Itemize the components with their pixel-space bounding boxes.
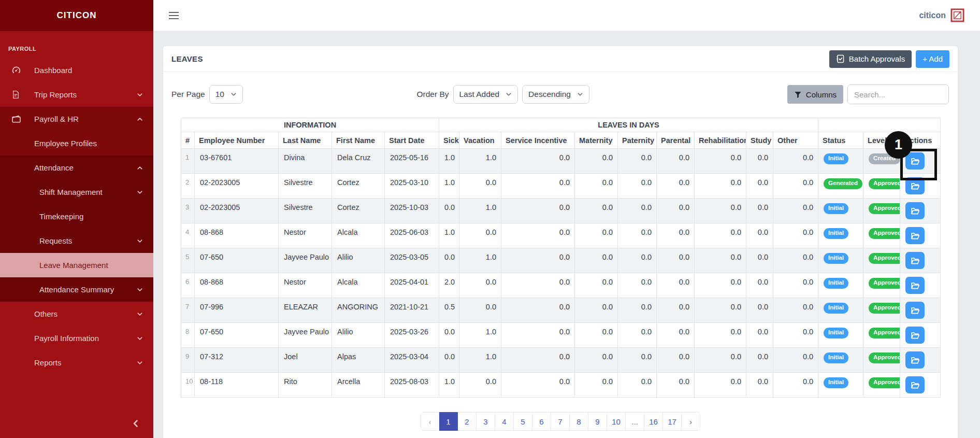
cell-study: 0.0 (746, 248, 773, 273)
cell-vacation: 0.0 (459, 298, 501, 323)
status-badge: Initial (824, 228, 848, 239)
page-button-5[interactable]: 5 (514, 412, 532, 431)
order-direction-select[interactable]: Descending (522, 85, 589, 104)
sidebar-item-others[interactable]: Others (0, 302, 153, 326)
cell-parental: 0.0 (657, 323, 695, 348)
open-leave-button[interactable] (905, 277, 925, 294)
card-header: LEAVES Batch Approvals + Add (163, 46, 958, 72)
cell-paternity: 0.0 (618, 273, 657, 298)
sidebar-item-attendance[interactable]: Attendance (0, 156, 153, 180)
order-field-select[interactable]: Last Added (453, 85, 518, 104)
column-rehabilitation-header: Rehabilitation (695, 132, 746, 149)
table-row: 8 07-650 Jayvee Paulo Alilio 2025-03-26 … (181, 323, 941, 348)
table-row: 4 08-868 Nestor Alcala 2025-06-03 1.0 0.… (181, 223, 941, 248)
gauge-icon (11, 65, 22, 76)
open-leave-button[interactable] (905, 327, 925, 344)
cell-vacation: 1.0 (459, 199, 501, 223)
cell-paternity: 0.0 (618, 149, 657, 174)
cell-study: 0.0 (746, 373, 773, 398)
cell-sick: 0.5 (439, 298, 459, 323)
cell-rehabilitation: 0.0 (695, 273, 746, 298)
open-leave-button[interactable] (905, 152, 925, 169)
open-leave-button[interactable] (905, 376, 925, 393)
page-button-9[interactable]: 9 (588, 412, 607, 431)
status-badge: Generated (824, 178, 862, 189)
cell-actions (900, 298, 941, 323)
page-ellipsis[interactable]: ... (626, 412, 644, 431)
sidebar-brand[interactable]: CITICON (0, 0, 153, 31)
cell-vacation: 0.0 (459, 373, 501, 398)
company-logo-icon[interactable] (950, 8, 964, 22)
cell-status: Initial (818, 223, 863, 248)
cell-level: Approved (863, 273, 900, 298)
sidebar-item-label: Payroll Information (34, 334, 99, 343)
cell-study: 0.0 (746, 199, 773, 223)
page-button-4[interactable]: 4 (495, 412, 514, 431)
page-button-2[interactable]: 2 (458, 412, 477, 431)
open-leave-button[interactable] (905, 177, 925, 194)
page-button-6[interactable]: 6 (532, 412, 551, 431)
sidebar-item-requests[interactable]: Requests (0, 229, 153, 253)
cell-start-date: 2025-03-05 (385, 248, 439, 273)
open-leave-button[interactable] (905, 302, 925, 319)
table-header-row: # Employee Number Last Name First Name S… (181, 132, 941, 149)
cell-level: Approved (863, 373, 900, 398)
page-button-8[interactable]: 8 (570, 412, 588, 431)
cell-sick: 0.0 (439, 348, 459, 373)
sidebar-item-leave-management[interactable]: Leave Management (0, 253, 153, 277)
sidebar-item-reports[interactable]: Reports (0, 350, 153, 375)
column-service-incentive-header: Service Incentive (501, 132, 575, 149)
cell-actions (900, 149, 941, 174)
per-page-select[interactable]: 10 (209, 85, 243, 104)
cell-other: 0.0 (773, 248, 818, 273)
sidebar-item-payroll-information[interactable]: Payroll Information (0, 326, 153, 350)
page-button-16[interactable]: 16 (644, 412, 663, 431)
leaves-table: INFORMATION LEAVES IN DAYS # Employee Nu… (181, 118, 941, 398)
chevron-down-icon (230, 91, 237, 97)
sidebar-item-trip-reports[interactable]: Trip Reports (0, 82, 153, 107)
cell-rehabilitation: 0.0 (695, 248, 746, 273)
open-leave-button[interactable] (905, 351, 925, 369)
open-leave-button[interactable] (905, 252, 925, 269)
page-button-3[interactable]: 3 (477, 412, 495, 431)
chevron-down-icon (137, 335, 143, 342)
batch-approvals-button[interactable]: Batch Approvals (829, 50, 912, 68)
table-row: 1 03-67601 Divina Dela Cruz 2025-05-16 1… (181, 149, 941, 174)
table-row: 2 02-2023005 Silvestre Cortez 2025-03-10… (181, 174, 941, 199)
add-button[interactable]: + Add (916, 50, 949, 68)
sidebar-item-employee-profiles[interactable]: Employee Profiles (0, 131, 153, 156)
chevron-down-icon (577, 91, 583, 97)
sidebar-item-shift-management[interactable]: Shift Management (0, 180, 153, 204)
sidebar-item-attendance-summary[interactable]: Attendance Summary (0, 277, 153, 302)
page-button-17[interactable]: 17 (663, 412, 682, 431)
cell-actions (900, 223, 941, 248)
page-button-10[interactable]: 10 (607, 412, 626, 431)
chevron-down-icon (506, 91, 512, 97)
page-button-7[interactable]: 7 (551, 412, 570, 431)
sidebar-collapse-button[interactable] (132, 419, 140, 430)
page-prev-button[interactable]: ‹ (421, 412, 439, 431)
cell-employee-number: 02-2023005 (195, 199, 279, 223)
cell-actions (900, 373, 941, 398)
journal-check-icon (836, 54, 845, 63)
columns-button[interactable]: Columns (787, 85, 843, 104)
cell-maternity: 0.0 (575, 348, 618, 373)
topbar-brand-label: citicon (919, 11, 946, 20)
sidebar-item-payroll-hr[interactable]: Payroll & HR (0, 107, 153, 131)
cell-actions (900, 248, 941, 273)
cell-service-incentive: 0.0 (501, 223, 575, 248)
cell-study: 0.0 (746, 149, 773, 174)
sidebar-item-dashboard[interactable]: Dashboard (0, 58, 153, 82)
cell-other: 0.0 (773, 373, 818, 398)
cell-start-date: 2025-05-16 (385, 149, 439, 174)
open-leave-button[interactable] (905, 227, 925, 244)
page-button-1[interactable]: 1 (439, 412, 458, 431)
menu-toggle-icon[interactable] (169, 12, 179, 19)
page-next-button[interactable]: › (682, 412, 700, 431)
cell-service-incentive: 0.0 (501, 273, 575, 298)
cell-paternity: 0.0 (618, 348, 657, 373)
search-input[interactable] (847, 84, 949, 104)
open-leave-button[interactable] (905, 202, 925, 219)
cell-paternity: 0.0 (618, 373, 657, 398)
sidebar-item-timekeeping[interactable]: Timekeeping (0, 204, 153, 229)
